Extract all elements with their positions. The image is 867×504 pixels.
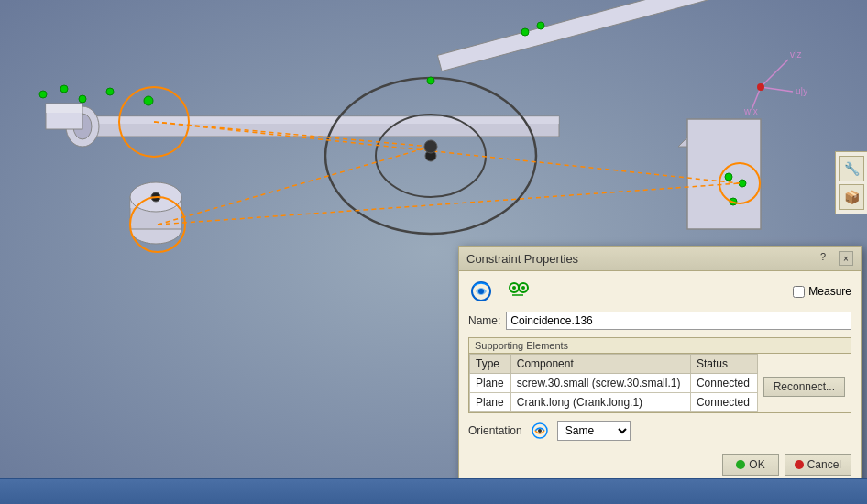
dialog-body: Measure Name: Supporting Elements Type C…	[459, 271, 861, 487]
taskbar	[0, 478, 867, 504]
svg-point-40	[757, 83, 764, 91]
row1-type: Plane	[470, 374, 511, 393]
row2-component: Crank.long (Crank.long.1)	[510, 393, 690, 412]
orientation-select[interactable]: Same Opposite	[557, 421, 631, 441]
svg-point-27	[521, 28, 529, 36]
supporting-elements-label: Supporting Elements	[469, 338, 851, 354]
svg-text:w|x: w|x	[743, 106, 758, 116]
svg-point-53	[538, 429, 542, 433]
panel-icon-2[interactable]: 📦	[839, 184, 864, 210]
measure-checkbox[interactable]	[793, 286, 805, 298]
right-panel: C 🔧 📦	[835, 151, 867, 214]
svg-point-10	[106, 88, 114, 95]
dialog-footer: OK Cancel	[468, 450, 851, 479]
ok-green-dot	[736, 460, 745, 469]
orientation-row: Orientation Same Opposite	[468, 421, 851, 441]
dialog-titlebar: Constraint Properties ? ×	[459, 247, 861, 271]
help-button[interactable]: ?	[820, 251, 835, 266]
svg-rect-2	[82, 116, 559, 124]
svg-point-11	[144, 96, 153, 105]
measure-label: Measure	[808, 285, 851, 298]
row2-status: Connected	[690, 393, 757, 412]
orientation-icon	[530, 421, 550, 441]
name-input[interactable]	[506, 312, 851, 330]
reconnect-cell: Reconnect...	[757, 374, 851, 412]
supporting-elements-group: Supporting Elements Type Component Statu…	[468, 337, 851, 413]
orientation-label: Orientation	[468, 424, 522, 437]
cancel-label: Cancel	[807, 458, 841, 471]
svg-point-8	[60, 85, 68, 93]
svg-text:v|z: v|z	[790, 49, 802, 60]
dialog-title: Constraint Properties	[466, 252, 578, 266]
elements-icon	[505, 279, 531, 304]
svg-text:u|y: u|y	[796, 86, 807, 96]
row1-component: screw.30.small (screw.30.small.1)	[510, 374, 690, 393]
svg-point-28	[537, 22, 544, 29]
measure-group: Measure	[793, 285, 851, 298]
row2-type: Plane	[470, 393, 511, 412]
ok-button[interactable]: OK	[722, 454, 778, 476]
cancel-button[interactable]: Cancel	[785, 454, 851, 476]
col-actions	[757, 355, 851, 374]
svg-point-7	[39, 91, 47, 98]
svg-point-9	[79, 95, 86, 103]
table-row: Plane screw.30.small (screw.30.small.1) …	[470, 374, 851, 393]
panel-icon-1[interactable]: 🔧	[839, 156, 864, 181]
reconnect-button[interactable]: Reconnect...	[763, 377, 845, 397]
ok-label: OK	[749, 458, 764, 471]
col-component: Component	[510, 355, 690, 374]
col-status: Status	[690, 355, 757, 374]
icon-row: Measure	[468, 279, 851, 304]
svg-rect-6	[46, 104, 82, 113]
cancel-red-dot	[795, 460, 804, 469]
svg-rect-23	[687, 119, 761, 229]
name-row: Name:	[468, 312, 851, 330]
dialog-title-buttons: ? ×	[820, 251, 853, 266]
row1-status: Connected	[690, 374, 757, 393]
close-button[interactable]: ×	[839, 251, 853, 266]
elements-table: Type Component Status Plane screw.30.sma…	[469, 354, 851, 412]
constraint-properties-dialog: Constraint Properties ? ×	[458, 246, 862, 488]
col-type: Type	[470, 355, 511, 374]
svg-point-49	[521, 286, 525, 290]
svg-point-36	[424, 140, 437, 153]
name-label: Name:	[468, 314, 500, 327]
svg-point-45	[478, 289, 484, 294]
svg-point-47	[512, 286, 516, 290]
svg-point-20	[427, 77, 434, 84]
constraint-icon	[468, 279, 494, 304]
svg-point-24	[725, 173, 732, 181]
svg-point-25	[739, 180, 746, 187]
